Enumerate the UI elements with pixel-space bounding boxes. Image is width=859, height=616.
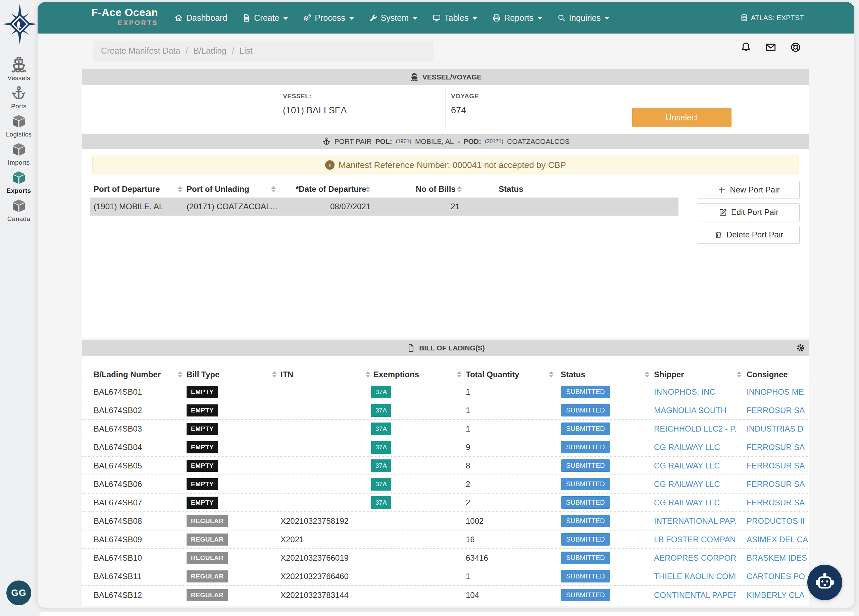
- bill-type-cell: REGULAR: [187, 586, 228, 604]
- consignee-link[interactable]: FERROSUR SA: [747, 438, 809, 456]
- breadcrumb-item[interactable]: B/Lading: [193, 46, 226, 56]
- consignee-link[interactable]: BRASKEM IDES: [747, 549, 809, 567]
- shipper-link[interactable]: MAGNOLIA SOUTH: [654, 401, 736, 419]
- sidebar-item-canada[interactable]: Canada: [0, 197, 37, 225]
- sort-icon[interactable]: [549, 366, 554, 383]
- avatar[interactable]: GG: [6, 580, 31, 605]
- table-row[interactable]: BAL674SB09 REGULAR X2021 16 SUBMITTED LB…: [82, 530, 809, 549]
- sort-icon[interactable]: [365, 181, 370, 198]
- column-header[interactable]: Bill Type: [187, 366, 219, 383]
- nav-create[interactable]: Create: [242, 13, 288, 23]
- itn-cell: X2021: [281, 530, 304, 548]
- column-header[interactable]: *Date of Departure: [296, 181, 366, 198]
- column-header[interactable]: Exemptions: [373, 366, 419, 383]
- bl-number-cell: BAL674SB07: [94, 494, 142, 512]
- shipper-link[interactable]: CG RAILWAY LLC: [654, 457, 736, 474]
- sidebar-item-vessels[interactable]: Vessels: [0, 56, 37, 84]
- column-header[interactable]: Shipper: [654, 366, 684, 383]
- nav-inquiries[interactable]: Inquiries: [558, 13, 610, 23]
- column-header[interactable]: ITN: [281, 366, 294, 383]
- nav-tables[interactable]: Tables: [433, 13, 477, 23]
- nav-process[interactable]: Process: [303, 13, 354, 23]
- bell-icon[interactable]: [740, 41, 752, 54]
- app-logo-compass-icon[interactable]: [2, 3, 37, 48]
- sort-icon[interactable]: [645, 366, 649, 383]
- edit-port-pair-button[interactable]: Edit Port Pair: [698, 203, 800, 221]
- sort-icon[interactable]: [737, 366, 742, 383]
- column-header[interactable]: Port of Unlading: [187, 181, 249, 198]
- table-row[interactable]: BAL674SB03 EMPTY 37A 1 SUBMITTED REICHHO…: [82, 420, 809, 438]
- breadcrumb-item[interactable]: Create Manifest Data: [101, 46, 180, 56]
- nav-system[interactable]: System: [369, 13, 417, 23]
- table-row[interactable]: BAL674SB11 REGULAR X20210323766460 1 SUB…: [82, 568, 809, 586]
- nav-reports[interactable]: Reports: [492, 13, 542, 23]
- mail-icon[interactable]: [764, 41, 777, 54]
- table-row[interactable]: BAL674SB07 EMPTY 37A 2 SUBMITTED CG RAIL…: [82, 494, 809, 512]
- table-row[interactable]: BAL674SB10 REGULAR X20210323766019 63416…: [82, 549, 809, 568]
- table-row[interactable]: BAL674SB08 REGULAR X20210323758192 1002 …: [82, 512, 809, 530]
- sort-icon[interactable]: [272, 366, 277, 383]
- bill-type-badge: EMPTY: [187, 478, 218, 490]
- column-header[interactable]: Port of Departure: [94, 181, 160, 198]
- consignee-link[interactable]: FERROSUR SA: [747, 457, 809, 474]
- table-row[interactable]: BAL674SB05 EMPTY 37A 8 SUBMITTED CG RAIL…: [82, 457, 809, 475]
- nav-dashboard[interactable]: Dashboard: [175, 13, 227, 23]
- table-row[interactable]: BAL674SB01 EMPTY 37A 1 SUBMITTED INNOPHO…: [82, 383, 809, 401]
- consignee-link[interactable]: INDUSTRIAS D: [747, 420, 809, 438]
- sidebar-item-exports[interactable]: Exports: [0, 169, 37, 197]
- table-row[interactable]: BAL674SB06 EMPTY 37A 2 SUBMITTED CG RAIL…: [82, 475, 809, 494]
- new-port-pair-button[interactable]: New Port Pair: [698, 181, 800, 199]
- shipper-link[interactable]: INTERNATIONAL PAP...: [654, 512, 736, 530]
- column-header[interactable]: Consignee: [747, 366, 788, 383]
- status-badge: SUBMITTED: [561, 515, 610, 527]
- shipper-link[interactable]: CG RAILWAY LLC: [654, 438, 736, 456]
- delete-port-pair-button[interactable]: Delete Port Pair: [698, 226, 800, 244]
- consignee-link[interactable]: FERROSUR SA: [747, 401, 809, 419]
- unselect-button[interactable]: Unselect: [632, 108, 731, 127]
- shipper-link[interactable]: REICHHOLD LLC2 - P...: [654, 420, 736, 438]
- sort-icon[interactable]: [457, 366, 462, 383]
- shipper-link[interactable]: CG RAILWAY LLC: [654, 475, 736, 493]
- consignee-link[interactable]: CARTONES PO: [747, 568, 809, 585]
- consignee-link[interactable]: ASIMEX DEL CA: [747, 530, 809, 548]
- brand[interactable]: F-Ace Ocean EXPORTS: [91, 6, 158, 27]
- bill-of-lading-header: BILL OF LADING(S): [82, 340, 809, 356]
- shipper-link[interactable]: THIELE KAOLIN COMP...: [654, 568, 736, 585]
- consignee-link[interactable]: FERROSUR SA: [747, 475, 809, 493]
- total-quantity-cell: 104: [466, 586, 479, 604]
- file-icon: [242, 14, 251, 22]
- chatbot-button[interactable]: [807, 565, 842, 600]
- sort-icon[interactable]: [271, 181, 276, 198]
- help-icon[interactable]: [789, 41, 802, 54]
- bill-type-cell: EMPTY: [187, 401, 218, 419]
- bill-type-badge: REGULAR: [187, 589, 228, 601]
- column-header[interactable]: Status: [561, 366, 585, 383]
- wrench-icon: [369, 14, 378, 22]
- consignee-link[interactable]: KIMBERLY CLA: [747, 586, 809, 604]
- column-header[interactable]: Total Quantity: [466, 366, 519, 383]
- sort-icon[interactable]: [178, 366, 183, 383]
- shipper-link[interactable]: CONTINENTAL PAPER...: [654, 586, 736, 604]
- shipper-link[interactable]: LB FOSTER COMPANY: [654, 530, 736, 548]
- table-row-selected[interactable]: (1901) MOBILE, AL (20171) COATZACOAL... …: [90, 198, 678, 215]
- shipper-link[interactable]: AEROPRES CORPOR...: [654, 549, 736, 567]
- table-row[interactable]: BAL674SB02 EMPTY 37A 1 SUBMITTED MAGNOLI…: [82, 401, 809, 420]
- column-header[interactable]: B/Lading Number: [94, 366, 161, 383]
- shipper-link[interactable]: CG RAILWAY LLC: [654, 494, 736, 512]
- sidebar-item-ports[interactable]: Ports: [0, 84, 37, 113]
- column-header[interactable]: Status: [499, 181, 523, 198]
- table-row[interactable]: BAL674SB12 REGULAR X20210323783144 104 S…: [82, 586, 809, 604]
- shipper-link[interactable]: INNOPHOS, INC: [654, 383, 736, 401]
- sort-icon[interactable]: [365, 366, 370, 383]
- consignee-link[interactable]: FERROSUR SA: [747, 494, 809, 512]
- consignee-link[interactable]: PRODUCTOS II: [747, 512, 809, 530]
- consignee-link[interactable]: INNOPHOS ME: [747, 383, 809, 401]
- sort-icon[interactable]: [178, 181, 183, 198]
- gear-icon[interactable]: [796, 340, 805, 356]
- table-row[interactable]: BAL674SB04 EMPTY 37A 9 SUBMITTED CG RAIL…: [82, 438, 809, 457]
- status-cell: SUBMITTED: [561, 586, 610, 604]
- column-header[interactable]: No of Bills: [416, 181, 456, 198]
- sidebar-item-imports[interactable]: Imports: [0, 141, 37, 169]
- sort-icon[interactable]: [457, 181, 462, 198]
- sidebar-item-logistics[interactable]: Logistics: [0, 113, 37, 141]
